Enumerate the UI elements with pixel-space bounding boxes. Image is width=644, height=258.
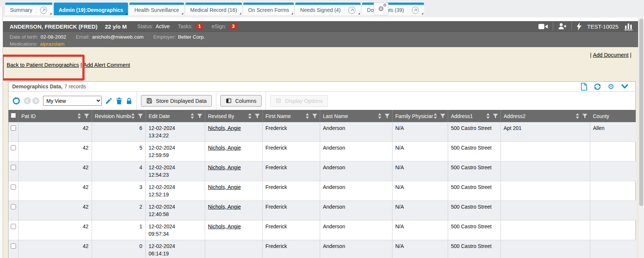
undo-icon[interactable] [12,97,20,105]
content-area: |Add Document| Back to Patient Demograph… [3,47,638,258]
filter-funnel-icon[interactable] [384,113,390,119]
pipe: | [80,62,82,68]
column-header[interactable]: Address1 [448,110,500,122]
cell-address1: 500 Castro Street [448,240,500,258]
sort-icon[interactable] [486,113,490,119]
edit-time: 12:52:19 [149,191,202,198]
filter-funnel-icon[interactable] [312,113,318,119]
view-select[interactable]: My View [43,96,102,106]
revised-by-link[interactable]: Nichols, Angie [208,204,241,210]
demographics-data-panel: Demographics Data, 7 records ⚙ My View [8,81,636,258]
sort-icon[interactable] [378,113,382,119]
revised-by-link[interactable]: Nichols, Angie [208,164,241,170]
filter-funnel-icon[interactable] [138,113,143,119]
chart-tab[interactable]: Summary [5,3,52,15]
filter-funnel-icon[interactable] [440,113,446,119]
tasks-count-badge[interactable]: 1 [196,23,203,30]
filter-funnel-icon[interactable] [493,113,498,119]
filter-funnel-icon[interactable] [254,113,260,119]
bar-chart-icon[interactable] [624,22,633,30]
chart-tab[interactable]: On Screen Forms [243,3,294,15]
filter-funnel-icon[interactable] [582,113,588,119]
sort-icon[interactable] [190,113,194,119]
back-to-patient-demographics-link[interactable]: Back to Patient Demographics [7,62,79,68]
column-header[interactable]: First Name [262,110,320,122]
column-header[interactable]: Revision Number [92,110,145,122]
revised-by-link[interactable]: Nichols, Angie [208,125,241,131]
revised-by-link[interactable]: Nichols, Angie [208,145,241,151]
toolbar-divider [266,92,266,110]
sort-icon[interactable] [131,113,135,119]
add-person-icon[interactable] [558,22,566,30]
tab-popout-icon[interactable] [408,6,419,14]
cell-revised-by: Nichols, Angie [205,221,262,240]
sort-icon[interactable] [305,113,309,119]
chart-tab[interactable]: Health Surveillance [129,3,184,15]
lightning-bolt-icon[interactable] [576,22,582,30]
row-checkbox[interactable] [11,244,16,249]
lock-view-icon[interactable] [126,97,132,105]
column-header[interactable]: Revised By [205,110,262,122]
column-header[interactable]: Family Physician [392,110,448,122]
sort-icon[interactable] [433,113,437,119]
row-checkbox[interactable] [11,224,16,229]
revised-by-link[interactable]: Nichols, Angie [208,223,241,229]
columns-button[interactable]: Columns [220,95,262,107]
cell-address1: 500 Castro Street [448,221,500,240]
cell-last-name: Anderson [320,201,392,221]
chart-tab[interactable]: Needs Signed (4) [295,3,361,15]
column-header[interactable]: County [590,110,636,122]
chart-tab[interactable]: Medical Record (16) [185,3,242,15]
row-checkbox[interactable] [11,125,16,131]
next-view-button[interactable] [32,97,39,104]
panel-settings-gear-icon[interactable]: ⚙ [608,83,614,90]
row-checkbox[interactable] [11,145,16,150]
collapsed-sidebar-edge[interactable] [0,7,3,258]
filter-funnel-icon[interactable] [84,113,89,119]
column-header[interactable]: Edit Date [145,110,205,122]
cell-pat-id: 42 [18,181,92,201]
cell-family-physician: N/A [392,142,448,161]
store-displayed-data-button[interactable]: Store Displayed Data [141,95,212,107]
vertical-scrollbar[interactable] [638,17,644,258]
add-document-link[interactable]: Add Document [593,52,628,58]
add-alert-comment-link[interactable]: Add Alert Comment [83,62,130,68]
filter-funnel-icon[interactable] [197,113,203,119]
row-checkbox[interactable] [11,204,16,209]
column-header[interactable]: Last Name [320,110,392,122]
column-controls [131,113,144,119]
column-header[interactable]: Address2 [500,110,590,122]
cell-address2 [500,142,590,161]
table-body: 42 6 12-02-202413:24:22 Nichols, Angie F… [9,122,636,258]
previous-view-button[interactable] [24,97,31,104]
cell-family-physician: N/A [392,161,448,181]
cell-family-physician: N/A [392,240,448,258]
sort-icon[interactable] [77,113,81,119]
tab-settings-gears-icon[interactable]: ⚙⚙ [374,3,388,15]
revised-by-link[interactable]: Nichols, Angie [208,184,241,190]
tab-popout-icon[interactable] [36,6,47,14]
video-camera-icon[interactable] [538,23,548,30]
column-controls [378,113,391,119]
column-controls [305,113,318,119]
tab-label: Medical Record (16) [190,7,237,13]
esign-count-badge[interactable]: 3 [229,23,237,30]
delete-view-trash-icon[interactable] [116,97,122,105]
collapse-chevron-down-icon[interactable] [621,83,629,90]
scrollbar-thumb[interactable] [639,19,643,206]
row-checkbox[interactable] [11,184,16,190]
sort-icon[interactable] [575,113,579,119]
cell-county [590,161,636,181]
new-document-icon[interactable] [581,83,587,91]
row-checkbox[interactable] [11,165,16,170]
column-header[interactable]: Pat ID [18,110,92,122]
chart-tab[interactable]: Admin (19):Demographics [54,3,128,15]
medications-value[interactable]: alprazolam [40,40,65,48]
edit-view-pencil-icon[interactable] [105,97,112,105]
sort-icon[interactable] [248,113,252,119]
tab-popout-icon[interactable] [344,6,356,14]
refresh-icon[interactable] [594,83,601,91]
cell-first-name: Frederick [262,221,320,240]
tab-label: Needs Signed (4) [300,7,341,13]
select-all-checkbox[interactable] [11,113,16,118]
